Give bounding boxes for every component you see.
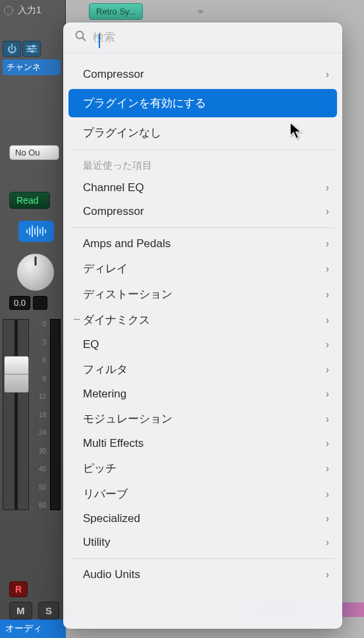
menu-item-label: Utility (83, 536, 111, 549)
menu-divider (71, 558, 334, 559)
level-meter (50, 319, 61, 510)
chevron-right-icon: › (326, 339, 329, 351)
volume-fader[interactable] (3, 319, 29, 510)
menu-item-label: フィルタ (83, 362, 128, 377)
menu-item-label: Audio Units (83, 568, 140, 581)
chevron-right-icon: › (326, 364, 329, 376)
menu-item[interactable]: Metering› (63, 382, 342, 406)
instrument-slot[interactable]: Retro Sy... (89, 3, 143, 20)
chevron-right-icon: › (326, 238, 329, 250)
chevron-right-icon: › (326, 289, 329, 301)
menu-divider (71, 227, 334, 228)
menu-divider (71, 150, 334, 150)
mute-button[interactable]: M (9, 602, 32, 620)
menu-item[interactable]: Amps and Pedals› (63, 232, 342, 256)
track-type-icon[interactable] (18, 221, 54, 242)
menu-item[interactable]: Compressor› (63, 63, 342, 86)
plugin-menu-popup: Compressor›プラグインを有効にするプラグインなし最近使った項目Chan… (63, 22, 342, 629)
menu-item[interactable]: ディレイ› (63, 256, 342, 281)
menu-item[interactable]: Utility› (63, 531, 342, 554)
chevron-right-icon: › (326, 513, 329, 525)
svg-point-4 (29, 48, 31, 50)
chevron-right-icon: › (326, 488, 329, 500)
chevron-right-icon: › (326, 438, 329, 450)
channel-strip: 入力1 ⏻ チャンネ No Ou Read 0.0 03 69 1218 (0, 0, 66, 638)
menu-item-label: プラグインなし (83, 125, 161, 140)
menu-item[interactable]: モジュレーション› (63, 406, 342, 432)
db-value[interactable]: 0.0 (9, 296, 30, 310)
menu-item[interactable]: –ダイナミクス› (63, 307, 342, 333)
chevron-right-icon: › (326, 314, 329, 326)
automation-mode-button[interactable]: Read (9, 192, 50, 209)
menu-item-label: Channel EQ (83, 181, 144, 194)
chevron-right-icon: › (326, 182, 329, 194)
menu-item[interactable]: ピッチ› (63, 455, 342, 481)
menu-item[interactable]: フィルタ› (63, 357, 342, 382)
menu-item-label: EQ (83, 338, 99, 351)
track-name-label[interactable]: オーディ (0, 620, 66, 638)
chevron-right-icon: › (326, 413, 329, 425)
fader-scale: 03 69 1218 2430 4050 60 (33, 319, 46, 510)
svg-line-7 (83, 38, 86, 41)
menu-item-label: ピッチ (83, 461, 117, 476)
menu-item-label: Multi Effects (83, 437, 143, 450)
menu-item-label: Compressor (83, 205, 144, 218)
input-label: 入力1 (18, 5, 41, 16)
record-enable-icon[interactable] (4, 6, 13, 15)
power-button[interactable]: ⏻ (3, 41, 21, 57)
menu-item-label: ディストーション (83, 287, 172, 302)
menu-item[interactable]: ディストーション› (63, 281, 342, 307)
menu-item-label: ディレイ (83, 261, 128, 276)
menu-item[interactable]: Multi Effects› (63, 432, 342, 455)
menu-item-label: Specialized (83, 512, 140, 525)
menu-item-label: リバーブ (83, 486, 128, 502)
search-icon (75, 30, 86, 45)
menu-item-label: –ダイナミクス (83, 312, 150, 328)
text-cursor (99, 34, 100, 48)
menu-item[interactable]: Channel EQ› (63, 176, 342, 200)
menu-item[interactable]: Compressor› (63, 200, 342, 223)
channel-label: チャンネ (3, 59, 61, 75)
search-input[interactable] (93, 31, 330, 44)
menu-section-header: 最近使った項目 (63, 154, 342, 176)
menu-item[interactable]: Audio Units› (63, 563, 342, 587)
chevron-right-icon: › (326, 263, 329, 275)
peak-meter (33, 296, 47, 310)
menu-item[interactable]: リバーブ› (63, 481, 342, 507)
record-button[interactable]: R (9, 581, 28, 597)
chevron-right-icon: › (326, 206, 329, 218)
stereo-icon: ⚭ (196, 5, 205, 18)
menu-item-label: プラグインを有効にする (83, 96, 206, 111)
menu-item-label: モジュレーション (83, 411, 172, 426)
menu-item-label: Compressor (83, 68, 144, 81)
menu-item-label: Amps and Pedals (83, 237, 170, 250)
pan-knob[interactable] (16, 252, 55, 292)
menu-item[interactable]: プラグインなし (63, 120, 342, 146)
settings-button[interactable] (22, 41, 41, 57)
menu-item[interactable]: Specialized› (63, 507, 342, 531)
chevron-right-icon: › (326, 463, 329, 475)
svg-point-5 (32, 51, 34, 53)
chevron-right-icon: › (326, 388, 329, 400)
solo-button[interactable]: S (38, 602, 59, 620)
svg-point-6 (76, 32, 84, 39)
chevron-right-icon: › (326, 69, 329, 80)
menu-item[interactable]: EQ› (63, 333, 342, 357)
menu-list: Compressor›プラグインを有効にするプラグインなし最近使った項目Chan… (63, 53, 342, 587)
output-select[interactable]: No Ou (9, 145, 59, 160)
svg-point-3 (33, 45, 35, 47)
chevron-right-icon: › (326, 536, 329, 548)
menu-item-label: Metering (83, 388, 126, 401)
menu-item[interactable]: プラグインを有効にする (68, 89, 337, 117)
chevron-right-icon: › (326, 569, 329, 581)
